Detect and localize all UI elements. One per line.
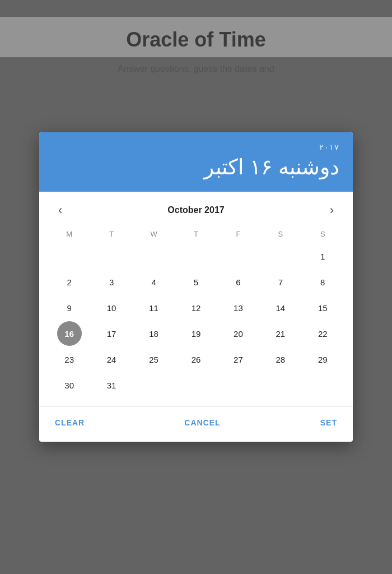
day-cell[interactable]: 7 — [268, 270, 293, 294]
prev-month-button[interactable]: ‹ — [53, 202, 68, 219]
day-cell[interactable]: 1 — [310, 244, 335, 269]
cancel-button[interactable]: CANCEL — [182, 414, 222, 432]
weekday-label: M — [48, 226, 90, 242]
calendar-nav: ‹ October 2017 › — [44, 192, 348, 223]
set-button[interactable]: SET — [318, 414, 339, 432]
day-cell[interactable]: 15 — [310, 295, 335, 320]
day-cell — [57, 244, 82, 269]
day-cell — [184, 244, 208, 269]
day-cell[interactable]: 26 — [184, 347, 208, 372]
weekday-label: W — [133, 226, 175, 242]
dialog-year: ۲۰۱۷ — [53, 142, 339, 152]
day-cell — [268, 244, 293, 269]
day-cell[interactable]: 10 — [99, 295, 124, 320]
day-cell[interactable]: 21 — [268, 321, 293, 346]
day-cell[interactable]: 23 — [57, 347, 82, 372]
day-cell[interactable]: 25 — [142, 347, 166, 372]
day-cell[interactable]: 2 — [57, 270, 82, 294]
day-cell[interactable]: 27 — [226, 347, 250, 372]
day-cell[interactable]: 19 — [184, 321, 208, 346]
day-cell[interactable]: 17 — [99, 321, 124, 346]
weekday-label: S — [259, 226, 301, 242]
dialog-overlay: ۲۰۱۷ دوشنبه ۱۶ اکتبر ‹ October 2017 › MT… — [0, 0, 392, 574]
day-cell[interactable]: 29 — [310, 347, 335, 372]
month-label: October 2017 — [167, 205, 224, 215]
day-cell — [226, 244, 250, 269]
weekdays-row: MTWTFSS — [44, 223, 348, 244]
days-grid: 1234567891011121314151617181920212223242… — [44, 244, 348, 403]
day-cell[interactable]: 30 — [57, 373, 82, 397]
day-cell[interactable]: 18 — [142, 321, 166, 346]
next-month-button[interactable]: › — [324, 202, 339, 219]
day-cell[interactable]: 8 — [310, 270, 335, 294]
date-picker-dialog: ۲۰۱۷ دوشنبه ۱۶ اکتبر ‹ October 2017 › MT… — [39, 132, 353, 442]
day-cell[interactable]: 9 — [57, 295, 82, 320]
day-cell[interactable]: 14 — [268, 295, 293, 320]
day-cell[interactable]: 24 — [99, 347, 124, 372]
weekday-label: F — [217, 226, 259, 242]
dialog-actions: CLEAR CANCEL SET — [39, 406, 353, 442]
weekday-label: T — [175, 226, 217, 242]
day-cell[interactable]: 16 — [57, 321, 82, 346]
weekday-label: S — [302, 226, 344, 242]
dialog-header: ۲۰۱۷ دوشنبه ۱۶ اکتبر — [39, 132, 353, 192]
day-cell[interactable]: 20 — [226, 321, 250, 346]
clear-button[interactable]: CLEAR — [53, 414, 87, 432]
day-cell[interactable]: 4 — [142, 270, 166, 294]
day-cell — [142, 244, 166, 269]
day-cell — [99, 244, 124, 269]
day-cell[interactable]: 28 — [268, 347, 293, 372]
day-cell[interactable]: 22 — [310, 321, 335, 346]
day-cell[interactable]: 12 — [184, 295, 208, 320]
day-cell[interactable]: 11 — [142, 295, 166, 320]
calendar-section: ‹ October 2017 › MTWTFSS 123456789101112… — [39, 192, 353, 403]
day-cell[interactable]: 31 — [99, 373, 124, 397]
day-cell[interactable]: 3 — [99, 270, 124, 294]
day-cell[interactable]: 5 — [184, 270, 208, 294]
day-cell[interactable]: 6 — [226, 270, 250, 294]
dialog-date-persian: دوشنبه ۱۶ اکتبر — [53, 155, 339, 179]
day-cell[interactable]: 13 — [226, 295, 250, 320]
weekday-label: T — [90, 226, 132, 242]
